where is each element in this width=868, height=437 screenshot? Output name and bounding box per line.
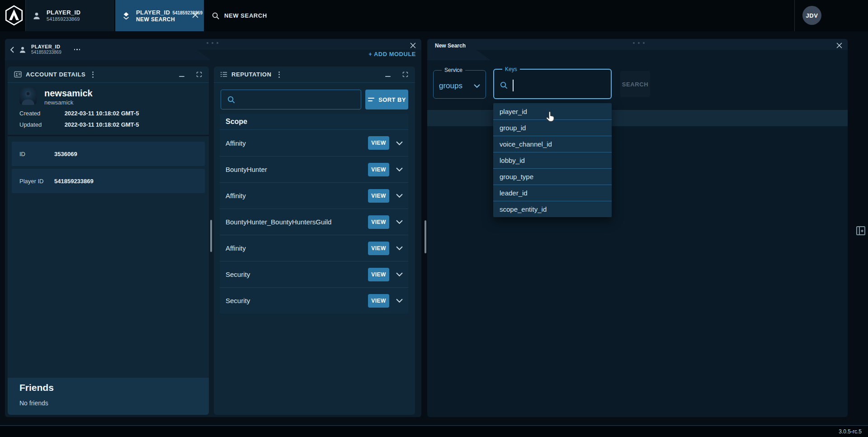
topbar-divider xyxy=(794,0,795,31)
friends-section: Friends No friends xyxy=(8,378,209,415)
window-drag-handle[interactable] xyxy=(207,42,218,44)
reputation-row[interactable]: Security VIEW xyxy=(220,287,408,314)
view-button[interactable]: VIEW xyxy=(368,215,389,229)
dropdown-option[interactable]: scope_entity_id xyxy=(493,201,612,217)
chevron-down-icon[interactable] xyxy=(396,272,403,276)
reputation-row[interactable]: Affinity VIEW xyxy=(220,235,408,261)
tab-subtitle: 541859233869 xyxy=(47,16,80,22)
tab-title: PLAYER_ID xyxy=(136,9,170,16)
view-button[interactable]: VIEW xyxy=(368,136,389,150)
close-icon[interactable] xyxy=(192,12,199,19)
friends-empty-text: No friends xyxy=(19,399,197,407)
minimize-button[interactable] xyxy=(385,71,391,78)
id-label: ID xyxy=(19,151,54,157)
reputation-row[interactable]: Affinity VIEW xyxy=(220,182,408,209)
service-select[interactable]: Service groups xyxy=(433,67,486,99)
reputation-row[interactable]: Affinity VIEW xyxy=(220,130,408,156)
view-button[interactable]: VIEW xyxy=(368,242,389,255)
dropdown-option[interactable]: lobby_id xyxy=(493,152,612,168)
reputation-search-input[interactable] xyxy=(241,90,359,109)
module-title: ACCOUNT DETAILS xyxy=(26,71,85,78)
account-details-module: ACCOUNT DETAILS newsamick newsamick Crea… xyxy=(8,66,209,415)
username: newsamick xyxy=(44,99,93,107)
search-button[interactable]: SEARCH xyxy=(620,71,650,97)
chevron-down-icon[interactable] xyxy=(396,299,403,303)
search-icon xyxy=(500,81,508,90)
kebab-menu-icon[interactable] xyxy=(90,70,96,80)
section-divider xyxy=(8,135,209,136)
chevron-down-icon[interactable] xyxy=(396,141,403,145)
scrollbar-thumb[interactable] xyxy=(210,220,212,252)
keys-options-dropdown: player_id group_id voice_channel_id lobb… xyxy=(493,103,612,217)
id-row: ID 3536069 xyxy=(12,142,205,166)
reputation-list: Scope Affinity VIEW BountyHunter VIEW Af… xyxy=(220,114,408,314)
scope-group-header: Scope xyxy=(220,114,408,130)
contact-card-icon xyxy=(14,71,22,78)
reputation-row[interactable]: Security VIEW xyxy=(220,261,408,287)
app-logo-icon[interactable] xyxy=(5,5,24,26)
close-icon[interactable] xyxy=(836,43,843,49)
minimize-button[interactable] xyxy=(179,71,184,78)
display-name: newsamick xyxy=(44,88,93,99)
tab-menu-dots-icon[interactable] xyxy=(72,47,82,52)
reputation-search-box xyxy=(221,90,361,109)
reputation-row[interactable]: BountyHunter VIEW xyxy=(220,156,408,182)
reputation-row[interactable]: BountyHunter_BountyHuntersGuild VIEW xyxy=(220,209,408,235)
meta-value: 2022-03-11 10:18:02 GMT-5 xyxy=(65,121,139,128)
dropdown-option[interactable]: group_type xyxy=(493,168,612,185)
close-icon[interactable] xyxy=(410,43,416,49)
global-search-input[interactable]: NEW SEARCH xyxy=(212,0,267,31)
tab-title: PLAYER_ID xyxy=(47,9,80,16)
dropdown-option[interactable]: voice_channel_id xyxy=(493,136,612,152)
chevron-down-icon[interactable] xyxy=(396,220,403,224)
view-button[interactable]: VIEW xyxy=(368,163,389,176)
topbar-tab-player[interactable]: PLAYER_ID 541859233869 xyxy=(26,0,114,31)
meta-row: Updated 2022-03-11 10:18:02 GMT-5 xyxy=(19,121,139,128)
pane-resize-handle[interactable] xyxy=(425,220,426,253)
dropdown-option[interactable]: leader_id xyxy=(493,185,612,201)
keys-input[interactable]: Keys xyxy=(493,66,612,99)
back-chevron-icon[interactable] xyxy=(10,47,14,53)
person-icon xyxy=(32,11,41,20)
sort-by-label: SORT BY xyxy=(378,96,406,103)
dropdown-option[interactable]: group_id xyxy=(493,119,612,136)
expand-icon[interactable] xyxy=(402,71,409,78)
window-tab-shape xyxy=(427,50,491,60)
chevron-down-icon[interactable] xyxy=(396,194,403,198)
list-icon xyxy=(220,71,227,77)
kebab-menu-icon[interactable] xyxy=(276,70,283,80)
text-caret xyxy=(513,80,514,91)
id-value: 3536069 xyxy=(54,151,77,157)
empty-result-band xyxy=(427,110,848,126)
service-label: Service xyxy=(442,67,465,73)
chevron-down-icon[interactable] xyxy=(396,167,403,171)
meta-row: Created 2022-03-11 10:18:02 GMT-5 xyxy=(19,110,139,117)
expand-icon[interactable] xyxy=(196,71,203,78)
player-window: PLAYER_ID 541859233869 + ADD MODULE ACCO… xyxy=(5,39,421,417)
person-icon xyxy=(19,46,27,54)
search-icon xyxy=(227,95,236,104)
topbar-tab-new-search[interactable]: PLAYER_ID541859233869 NEW SEARCH xyxy=(115,0,204,31)
window-tab-subtitle: 541859233869 xyxy=(31,50,61,55)
add-module-button[interactable]: + ADD MODULE xyxy=(368,51,416,57)
dropdown-option[interactable]: player_id xyxy=(493,103,612,119)
module-title: REPUTATION xyxy=(231,71,272,78)
topbar: PLAYER_ID 541859233869 PLAYER_ID54185923… xyxy=(0,0,868,31)
search-icon xyxy=(212,12,220,20)
open-side-panel-icon[interactable] xyxy=(855,225,866,237)
user-avatar[interactable]: JDV xyxy=(802,6,821,25)
service-value: groups xyxy=(439,81,462,90)
version-label: 3.0.5-rc.5 xyxy=(839,428,862,435)
view-button[interactable]: VIEW xyxy=(368,189,389,203)
new-search-window: New Search Service groups Keys SEARCH pl… xyxy=(427,39,848,417)
window-header-strip xyxy=(427,39,848,50)
view-button[interactable]: VIEW xyxy=(368,268,389,281)
sort-by-button[interactable]: SORT BY xyxy=(365,90,408,109)
view-button[interactable]: VIEW xyxy=(368,294,389,308)
meta-label: Created xyxy=(19,110,63,117)
player-avatar xyxy=(19,88,37,105)
window-drag-handle[interactable] xyxy=(633,42,645,44)
status-bar: 3.0.5-rc.5 xyxy=(0,425,868,437)
id-label: Player ID xyxy=(19,178,54,185)
chevron-down-icon[interactable] xyxy=(396,246,403,250)
